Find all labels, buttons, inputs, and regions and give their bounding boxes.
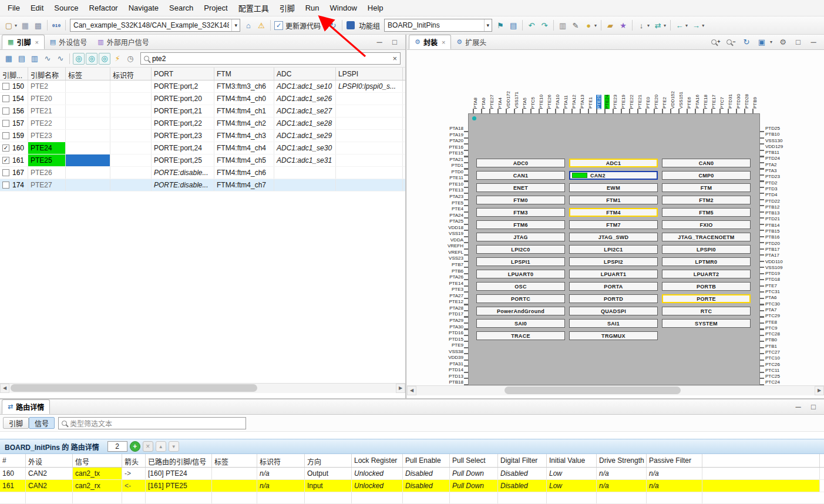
peripheral-block[interactable]: SYSTEM bbox=[662, 319, 751, 328]
routing-column-header[interactable]: 信号 bbox=[73, 454, 122, 467]
peripheral-block[interactable]: LPUART2 bbox=[662, 270, 751, 278]
close-tab-icon[interactable]: × bbox=[35, 39, 38, 46]
back-icon-caret[interactable]: ▾ bbox=[685, 23, 688, 28]
transfer-icon[interactable]: ⇄ bbox=[651, 19, 664, 32]
package-pin-label[interactable]: PTC28 bbox=[765, 332, 780, 337]
package-pin-label[interactable]: PTA12 bbox=[571, 95, 577, 109]
menu-item[interactable]: Navigate bbox=[123, 1, 164, 15]
package-pin-label[interactable]: PTE1 bbox=[588, 97, 593, 109]
pin-checkbox[interactable] bbox=[2, 83, 9, 90]
update-code-label[interactable]: 更新源代码 bbox=[285, 21, 321, 31]
tab-user-signals[interactable]: ▥外部用户信号 bbox=[92, 35, 154, 49]
package-view-icon[interactable]: ▦ bbox=[2, 52, 15, 65]
copy-icon[interactable]: ▥ bbox=[556, 19, 569, 32]
package-pin-label[interactable]: PTE27 bbox=[489, 95, 495, 109]
update-code-caret[interactable]: ▾ bbox=[322, 23, 325, 28]
peripheral-block[interactable]: FXIO bbox=[662, 220, 751, 229]
package-pin-label[interactable]: PTE20 bbox=[654, 95, 659, 109]
package-pin-label[interactable]: PTE16 bbox=[449, 145, 463, 150]
package-pin-label[interactable]: VDD129 bbox=[765, 145, 783, 149]
peripheral-block[interactable]: ADC1 bbox=[569, 159, 658, 167]
routing-filter-input[interactable]: 类型筛选文本 bbox=[58, 417, 246, 429]
routing-column-header[interactable]: Pull Enable bbox=[403, 454, 450, 467]
scroll-thumb[interactable] bbox=[11, 384, 257, 392]
package-pin-label[interactable]: PTD3 bbox=[765, 187, 777, 191]
menu-item[interactable]: 引脚 bbox=[274, 0, 300, 16]
package-pin-label[interactable]: PTD23 bbox=[765, 174, 780, 179]
redo-icon[interactable]: ↷ bbox=[538, 19, 551, 32]
package-pin-label[interactable]: PTE7 bbox=[765, 284, 777, 288]
peripheral-block[interactable]: LPSPI2 bbox=[569, 257, 658, 266]
home-icon[interactable]: ⌂ bbox=[242, 19, 255, 32]
pin-label-cell[interactable] bbox=[66, 117, 110, 129]
forward-icon-caret[interactable]: ▾ bbox=[702, 23, 704, 28]
package-pin-label[interactable]: PTE19 bbox=[621, 95, 626, 109]
maximize-icon[interactable]: □ bbox=[807, 400, 820, 413]
routing-column-header[interactable]: 已路由的引脚/信号 bbox=[146, 454, 212, 467]
package-pin-label[interactable]: VSS19 bbox=[449, 231, 463, 236]
package-pin-label[interactable]: VSS130 bbox=[765, 139, 782, 143]
tab-peripheral-signals[interactable]: ▤外设信号 bbox=[45, 35, 92, 49]
pin-checkbox[interactable] bbox=[2, 120, 9, 127]
package-pin-label[interactable]: PTA24 bbox=[449, 213, 463, 218]
menu-item[interactable]: File bbox=[2, 1, 25, 15]
package-pin-label[interactable]: PTC7 bbox=[719, 97, 725, 109]
package-pin-label[interactable]: PTB0 bbox=[765, 338, 777, 342]
peripheral-block[interactable]: QUADSPI bbox=[569, 307, 658, 315]
package-pin-label[interactable]: PTA31 bbox=[449, 362, 463, 367]
package-pin-label[interactable]: PTE8 bbox=[765, 320, 777, 325]
package-pin-label[interactable]: PTB17 bbox=[765, 247, 779, 252]
scroll-track[interactable] bbox=[416, 386, 815, 395]
pin-label-cell[interactable] bbox=[66, 142, 110, 154]
peripheral-block[interactable]: CMP0 bbox=[662, 171, 751, 180]
package-pin-label[interactable]: PTB12 bbox=[765, 205, 779, 210]
package-pin-label[interactable]: PTB14 bbox=[765, 223, 779, 228]
clear-search-icon[interactable]: × bbox=[392, 54, 397, 63]
scroll-right-arrow[interactable]: ▶ bbox=[815, 386, 824, 395]
package-pin-label[interactable]: PTB18 bbox=[449, 380, 463, 385]
package-pin-label[interactable]: PTE14 bbox=[449, 281, 463, 286]
pin-row[interactable]: 157PTE22PORTE:port,22FTM4:ftm4_ch2ADC1:a… bbox=[0, 117, 405, 130]
package-pin-label[interactable]: PTB10 bbox=[765, 132, 779, 137]
save-all-icon[interactable]: ▩ bbox=[32, 19, 45, 32]
package-pin-label[interactable]: PTD15 bbox=[449, 337, 463, 342]
package-pin-label[interactable]: PTC11 bbox=[765, 368, 779, 373]
package-pin-label[interactable]: PTD2 bbox=[765, 181, 777, 186]
tab-routing-details[interactable]: ⇄路由详情 bbox=[2, 399, 50, 414]
routing-column-header[interactable]: 外设 bbox=[26, 454, 73, 467]
package-pin-label[interactable]: PTD17 bbox=[449, 312, 463, 317]
pin-row[interactable]: 156PTE21PORTE:port,21FTM4:ftm4_ch1ADC1:a… bbox=[0, 105, 405, 117]
add-route-button[interactable]: + bbox=[130, 441, 140, 452]
routing-column-header[interactable]: 箭头 bbox=[122, 454, 146, 467]
package-pin-label[interactable]: VSS171 bbox=[514, 92, 519, 109]
wand-icon[interactable]: ★ bbox=[617, 19, 630, 32]
package-pin-label[interactable]: PTE5 bbox=[452, 201, 463, 206]
package-pin-label[interactable]: PTA8 bbox=[473, 98, 478, 109]
package-pin-label[interactable]: PTE3 bbox=[452, 287, 463, 292]
package-pin-label[interactable]: PTD0 bbox=[452, 170, 463, 174]
package-pin-label[interactable]: PTA29 bbox=[449, 318, 463, 323]
routing-column-header[interactable]: Lock Register bbox=[352, 454, 403, 467]
pin-name-cell[interactable]: PTE2 bbox=[28, 80, 66, 92]
package-pin-label[interactable]: PTA5 bbox=[522, 98, 527, 109]
package-pin-label[interactable]: PTC10 bbox=[765, 356, 780, 361]
transfer-icon-caret[interactable]: ▾ bbox=[664, 23, 666, 28]
package-pin-label[interactable]: PTC26 bbox=[765, 362, 780, 367]
package-pin-label[interactable]: PTC24 bbox=[765, 380, 780, 385]
zoom-out-icon[interactable]: − bbox=[725, 35, 738, 48]
package-pin-label[interactable]: PTA6 bbox=[765, 295, 776, 300]
project-combo-caret[interactable]: ▾ bbox=[231, 19, 240, 31]
peripheral-block[interactable]: SAI1 bbox=[569, 319, 658, 328]
routing-column-header[interactable]: Digital Filter bbox=[498, 454, 547, 467]
package-pin-label[interactable]: VSS38 bbox=[449, 350, 463, 354]
package-pin-label[interactable]: PTC29 bbox=[765, 314, 780, 318]
package-pin-label[interactable]: PTA30 bbox=[449, 325, 463, 330]
peripheral-block[interactable]: FTM bbox=[662, 183, 751, 192]
peripheral-block[interactable]: FTM3 bbox=[476, 208, 565, 217]
peripheral-block[interactable]: FTM2 bbox=[662, 196, 751, 204]
flag-icon[interactable]: ⚑ bbox=[494, 19, 507, 32]
pin-label-cell[interactable] bbox=[66, 80, 110, 92]
menu-item[interactable]: Edit bbox=[25, 1, 49, 15]
pin-name-cell[interactable]: PTE27 bbox=[28, 179, 66, 191]
package-pin-label[interactable]: PTD30 bbox=[736, 94, 741, 109]
